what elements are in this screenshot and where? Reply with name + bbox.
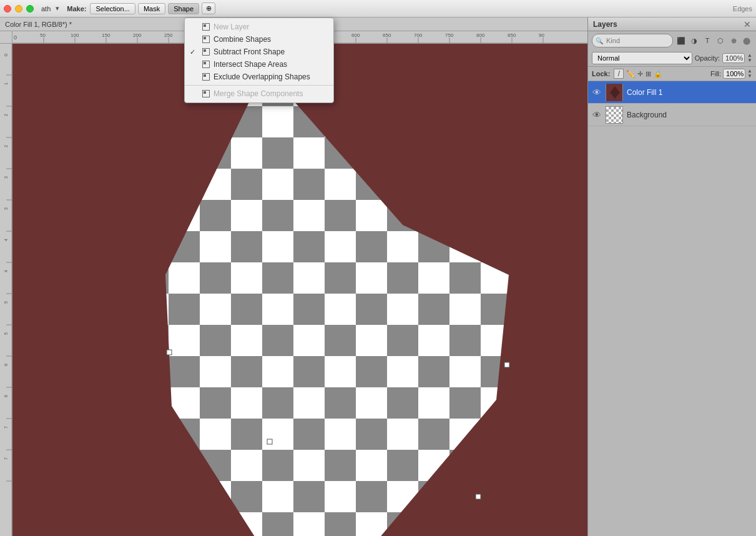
- fill-section: Fill: 100% ▲ ▼: [710, 69, 752, 79]
- merge-shape-components-icon: [202, 90, 210, 97]
- menu-separator: [185, 85, 333, 86]
- svg-text:3: 3: [4, 176, 8, 179]
- layer-item-color-fill[interactable]: 👁 Color Fill 1: [588, 81, 756, 104]
- svg-text:6: 6: [4, 395, 8, 397]
- svg-text:850: 850: [508, 32, 516, 38]
- layers-close-button[interactable]: ✕: [744, 20, 751, 29]
- layers-search-input[interactable]: [592, 34, 673, 47]
- layer-visibility-background[interactable]: 👁: [592, 110, 602, 120]
- layers-filter-icons: ⬛ ◑ T ⬡ ⊕ ⬤: [675, 35, 752, 46]
- fill-label: Fill:: [710, 70, 721, 77]
- menu-item-subtract-front-shape[interactable]: ✓ Subtract Front Shape: [185, 46, 333, 58]
- opacity-label: Opacity:: [695, 54, 720, 62]
- layer-thumbnail-background: [606, 106, 623, 124]
- mask-button[interactable]: Mask: [138, 3, 165, 14]
- filter-smart-icon[interactable]: ⊕: [728, 35, 739, 46]
- menu-item-merge-shape-components[interactable]: Merge Shape Components: [185, 87, 333, 100]
- layers-title: Layers: [593, 20, 617, 29]
- svg-text:200: 200: [133, 32, 142, 38]
- filter-adjustment-icon[interactable]: ◑: [689, 35, 700, 46]
- shape-button[interactable]: Shape: [168, 3, 199, 14]
- close-button[interactable]: [4, 5, 11, 12]
- svg-text:700: 700: [414, 32, 423, 38]
- ruler-v-svg: 0: [0, 44, 12, 536]
- blend-mode-select[interactable]: Normal: [592, 52, 692, 64]
- lock-all-icon[interactable]: 🔒: [654, 70, 662, 78]
- svg-text:0: 0: [14, 34, 17, 41]
- layer-name-background: Background: [627, 111, 752, 119]
- svg-text:90: 90: [539, 32, 544, 38]
- make-label: Make:: [67, 5, 86, 12]
- lock-position-icon[interactable]: ✛: [637, 70, 643, 78]
- lock-label: Lock:: [592, 70, 610, 77]
- ruler-corner: [0, 31, 12, 44]
- canvas-svg: [12, 44, 587, 536]
- filter-lock-icon[interactable]: ⬤: [741, 35, 752, 46]
- filter-pixel-icon[interactable]: ⬛: [675, 35, 687, 46]
- menu-label-intersect-shape-areas: Intersect Shape Areas: [214, 60, 287, 69]
- transform-handle-bl[interactable]: [267, 439, 272, 444]
- fill-down[interactable]: ▼: [747, 74, 752, 79]
- path-operations-area: ⊕: [202, 2, 215, 14]
- opacity-value[interactable]: 100%: [722, 53, 745, 63]
- path-dropdown-arrow[interactable]: ▾: [56, 4, 59, 12]
- layers-list: 👁 Color Fill 1 👁 Background: [588, 81, 756, 126]
- layer-name-color-fill: Color Fill 1: [627, 88, 752, 97]
- combine-shapes-icon: [202, 36, 210, 43]
- transform-handle-br[interactable]: [476, 494, 481, 499]
- new-layer-icon: [202, 23, 210, 31]
- search-row-inner: 🔍: [592, 34, 673, 47]
- menu-check-subtract: ✓: [190, 48, 195, 56]
- selection-button[interactable]: Selection...: [90, 3, 135, 14]
- svg-text:5: 5: [4, 301, 8, 304]
- svg-text:5: 5: [4, 332, 8, 335]
- window-area: Color Fill 1, RGB/8*) * 0 50: [0, 17, 756, 536]
- lock-artboard-icon[interactable]: ⊞: [646, 70, 651, 78]
- svg-text:0: 0: [3, 53, 9, 56]
- menu-label-new-layer: New Layer: [214, 22, 249, 31]
- filter-type-icon[interactable]: T: [702, 35, 713, 46]
- svg-text:800: 800: [476, 32, 485, 38]
- dropdown-menu: New Layer Combine Shapes ✓ Subtract Fron…: [184, 17, 334, 103]
- lock-image-icon[interactable]: ✏️: [626, 70, 635, 78]
- subtract-front-shape-icon: [202, 48, 210, 56]
- svg-text:50: 50: [40, 32, 46, 38]
- menu-item-exclude-overlapping-shapes[interactable]: Exclude Overlapping Shapes: [185, 71, 333, 83]
- main-canvas[interactable]: [12, 44, 587, 536]
- svg-text:3: 3: [4, 207, 8, 210]
- lock-transparent-icon[interactable]: /: [614, 69, 624, 79]
- layer-visibility-color-fill[interactable]: 👁: [592, 87, 602, 97]
- path-op-button[interactable]: ⊕: [202, 2, 215, 14]
- svg-text:100: 100: [71, 32, 79, 38]
- main-toolbar: ath ▾ Make: Selection... Mask Shape ⊕ Ed…: [0, 0, 756, 17]
- svg-marker-70: [165, 69, 509, 536]
- lock-icons: / ✏️ ✛ ⊞ 🔒: [614, 69, 662, 79]
- edges-label: Edges: [733, 5, 752, 12]
- fill-value[interactable]: 100%: [723, 69, 745, 79]
- menu-label-exclude-overlapping-shapes: Exclude Overlapping Shapes: [214, 72, 310, 81]
- menu-item-combine-shapes[interactable]: Combine Shapes: [185, 33, 333, 46]
- svg-text:2: 2: [4, 114, 8, 116]
- layers-controls: Normal Opacity: 100% ▲ ▼: [588, 50, 756, 67]
- menu-item-new-layer[interactable]: New Layer: [185, 21, 333, 33]
- layer-item-background[interactable]: 👁 Background: [588, 104, 756, 126]
- layers-panel: Layers ✕ 🔍 ⬛ ◑ T ⬡ ⊕ ⬤ Normal Opacity:: [587, 17, 756, 536]
- exclude-overlapping-shapes-icon: [202, 73, 210, 81]
- canvas-row: 0: [0, 44, 587, 536]
- menu-item-intersect-shape-areas[interactable]: Intersect Shape Areas: [185, 58, 333, 71]
- minimize-button[interactable]: [15, 5, 22, 12]
- color-fill-thumb-svg: [606, 84, 622, 101]
- opacity-down[interactable]: ▼: [747, 58, 752, 63]
- maximize-button[interactable]: [26, 5, 34, 12]
- menu-label-subtract-front-shape: Subtract Front Shape: [214, 47, 285, 56]
- layers-search-row: 🔍 ⬛ ◑ T ⬡ ⊕ ⬤: [588, 31, 756, 50]
- transform-handle-right[interactable]: [504, 362, 509, 367]
- svg-text:150: 150: [102, 32, 110, 38]
- path-label: ath: [41, 5, 51, 12]
- canvas-with-rulers: 0 50 100 150 200 250 300: [0, 31, 587, 536]
- svg-text:250: 250: [164, 32, 173, 38]
- svg-text:750: 750: [445, 32, 454, 38]
- filter-shape-icon[interactable]: ⬡: [715, 35, 726, 46]
- transform-handle-left[interactable]: [167, 350, 172, 355]
- menu-label-combine-shapes: Combine Shapes: [214, 35, 271, 44]
